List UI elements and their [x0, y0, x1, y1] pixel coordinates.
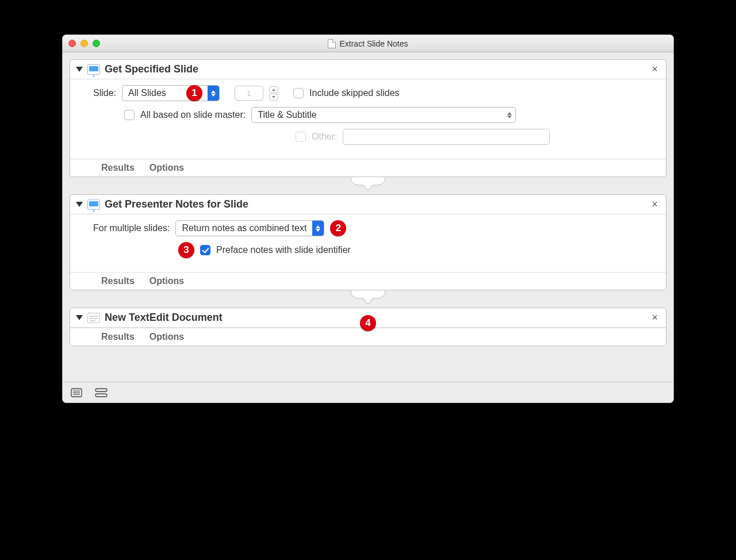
remove-action-button[interactable]: ×: [649, 312, 660, 324]
results-tab[interactable]: Results: [101, 163, 135, 173]
include-skipped-checkbox[interactable]: [293, 88, 304, 98]
workflow-area: Get Specified Slide × Slide: All Slides …: [63, 52, 673, 382]
other-master-field[interactable]: [343, 129, 550, 145]
slide-number-stepper[interactable]: [269, 86, 278, 101]
multiple-slides-value: Return notes as combined text: [176, 223, 312, 233]
based-on-master-checkbox[interactable]: [124, 110, 135, 120]
variables-view-button[interactable]: [95, 388, 108, 397]
popup-arrows-icon: [504, 108, 515, 122]
include-skipped-label: Include skipped slides: [309, 88, 400, 98]
workflow-doc-icon: [328, 39, 336, 48]
options-tab[interactable]: Options: [150, 332, 184, 342]
annotation-4: 4: [360, 315, 376, 331]
disclosure-triangle-icon[interactable]: [76, 202, 83, 207]
slide-master-popup[interactable]: Title & Subtitle: [251, 107, 516, 123]
textedit-icon: [87, 313, 100, 323]
action-title: New TextEdit Document: [105, 312, 223, 324]
remove-action-button[interactable]: ×: [649, 63, 660, 75]
disclosure-triangle-icon[interactable]: [76, 315, 83, 320]
remove-action-button[interactable]: ×: [649, 198, 660, 210]
svg-rect-5: [95, 394, 107, 397]
preface-notes-label: Preface notes with slide identifier: [216, 245, 351, 255]
keynote-icon: [87, 64, 100, 75]
slide-number-field[interactable]: [235, 86, 263, 101]
other-master-checkbox[interactable]: [296, 132, 306, 142]
slide-selection-value: All Slides: [122, 88, 172, 98]
action-get-presenter-notes: Get Presenter Notes for Slide × For mult…: [70, 194, 666, 290]
window-title-text: Extract Slide Notes: [339, 39, 408, 48]
action-footer: Results Options: [70, 272, 666, 290]
action-footer: Results Options: [70, 159, 666, 177]
other-master-label: Other:: [312, 132, 337, 142]
action-get-specified-slide: Get Specified Slide × Slide: All Slides …: [70, 59, 666, 177]
stepper-up-icon[interactable]: [269, 86, 278, 93]
action-title: Get Presenter Notes for Slide: [105, 198, 248, 210]
titlebar: Extract Slide Notes: [63, 35, 673, 52]
annotation-3: 3: [178, 242, 194, 258]
automator-window: Extract Slide Notes Get Specified Slide …: [62, 34, 674, 403]
disclosure-triangle-icon[interactable]: [76, 67, 83, 72]
preface-notes-checkbox[interactable]: [200, 245, 210, 255]
log-view-button[interactable]: [71, 388, 82, 397]
popup-arrows-icon: [312, 221, 324, 236]
action-connector: [70, 290, 666, 308]
multiple-slides-label: For multiple slides:: [93, 223, 170, 233]
action-title: Get Specified Slide: [105, 63, 198, 75]
action-connector: [70, 177, 666, 194]
keynote-icon: [87, 200, 100, 210]
based-on-master-label: All based on slide master:: [140, 110, 246, 120]
annotation-1: 1: [186, 85, 202, 101]
popup-arrows-icon: [208, 86, 219, 101]
svg-rect-4: [95, 389, 107, 392]
slide-selection-popup[interactable]: All Slides: [122, 85, 220, 101]
options-tab[interactable]: Options: [150, 163, 184, 173]
slide-master-value: Title & Subtitle: [252, 110, 323, 120]
slide-label: Slide:: [93, 88, 116, 98]
action-header[interactable]: Get Presenter Notes for Slide ×: [70, 195, 666, 214]
stepper-down-icon[interactable]: [269, 94, 278, 101]
action-header[interactable]: Get Specified Slide ×: [70, 60, 666, 79]
options-tab[interactable]: Options: [150, 276, 184, 286]
action-new-textedit-document: New TextEdit Document × Results Options …: [70, 308, 666, 346]
window-title: Extract Slide Notes: [63, 39, 673, 48]
results-tab[interactable]: Results: [101, 332, 135, 342]
annotation-2: 2: [330, 220, 346, 236]
results-tab[interactable]: Results: [101, 276, 135, 286]
bottom-toolbar: [63, 382, 673, 402]
multiple-slides-popup[interactable]: Return notes as combined text: [175, 220, 324, 236]
